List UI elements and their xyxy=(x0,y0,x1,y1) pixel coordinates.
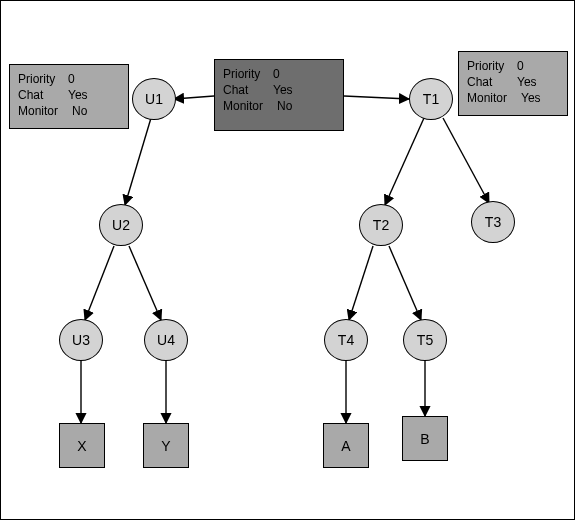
label-monitor: Monitor xyxy=(223,98,273,114)
leaf-label: Y xyxy=(161,438,170,454)
value-chat: Yes xyxy=(273,82,293,98)
value-priority: 0 xyxy=(273,66,280,82)
label-priority: Priority xyxy=(18,71,68,87)
node-T4: T4 xyxy=(324,319,368,361)
leaf-label: B xyxy=(420,431,429,447)
node-T3: T3 xyxy=(471,201,515,243)
edge-U2-to-U3 xyxy=(85,246,114,320)
leaf-Y: Y xyxy=(143,423,189,468)
value-monitor: Yes xyxy=(521,90,541,106)
node-U4: U4 xyxy=(144,319,188,361)
leaf-X: X xyxy=(59,423,105,468)
value-priority: 0 xyxy=(68,71,75,87)
label-chat: Chat xyxy=(467,74,517,90)
node-U3: U3 xyxy=(59,319,103,361)
value-monitor: No xyxy=(72,103,87,119)
value-chat: Yes xyxy=(517,74,537,90)
node-U2: U2 xyxy=(99,204,143,246)
node-label: T3 xyxy=(485,214,501,230)
value-priority: 0 xyxy=(517,58,524,74)
info-box-right: Priority0 ChatYes MonitorYes xyxy=(458,51,568,116)
node-label: U2 xyxy=(112,217,130,233)
node-label: U1 xyxy=(145,91,163,107)
label-chat: Chat xyxy=(223,82,273,98)
value-chat: Yes xyxy=(68,87,88,103)
node-label: T5 xyxy=(417,332,433,348)
node-label: T1 xyxy=(423,91,439,107)
info-box-center: Priority0 ChatYes MonitorNo xyxy=(214,59,344,131)
leaf-B: B xyxy=(402,416,448,461)
edge-U1-to-U2 xyxy=(125,118,151,205)
edge-T2-to-T4 xyxy=(349,246,373,320)
edge-T1-to-T2 xyxy=(385,118,424,205)
node-label: U4 xyxy=(157,332,175,348)
node-T5: T5 xyxy=(403,319,447,361)
label-monitor: Monitor xyxy=(18,103,68,119)
node-T2: T2 xyxy=(359,204,403,246)
edge-center-to-U1 xyxy=(174,96,214,99)
node-U1: U1 xyxy=(132,78,176,120)
label-priority: Priority xyxy=(467,58,517,74)
node-T1: T1 xyxy=(409,78,453,120)
edge-T1-to-T3 xyxy=(443,118,489,203)
label-priority: Priority xyxy=(223,66,273,82)
info-box-left: Priority0 ChatYes MonitorNo xyxy=(9,64,129,129)
node-label: T2 xyxy=(373,217,389,233)
label-monitor: Monitor xyxy=(467,90,517,106)
diagram-canvas: Priority0 ChatYes MonitorNo Priority0 Ch… xyxy=(0,0,575,520)
node-label: U3 xyxy=(72,332,90,348)
node-label: T4 xyxy=(338,332,354,348)
leaf-A: A xyxy=(323,423,369,468)
edge-T2-to-T5 xyxy=(389,246,421,320)
edge-center-to-T1 xyxy=(344,96,409,99)
value-monitor: No xyxy=(277,98,292,114)
leaf-label: A xyxy=(341,438,350,454)
label-chat: Chat xyxy=(18,87,68,103)
leaf-label: X xyxy=(77,438,86,454)
edge-U2-to-U4 xyxy=(129,246,161,320)
